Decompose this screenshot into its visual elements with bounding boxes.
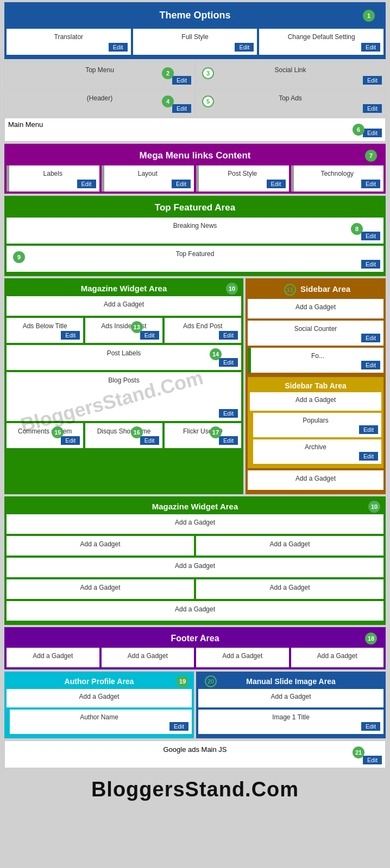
badge-16: 16 [131,426,143,438]
footer-cell-3: Add a Gadget [196,648,289,667]
top-featured-title: Top Featured Area [155,202,235,213]
tab-populars-edit[interactable]: Edit [359,425,378,434]
brand-footer: BloggersStand.Com [0,771,390,806]
post-labels-edit[interactable]: Edit [219,358,238,367]
comments-system-label: Comments system [10,425,80,436]
badge-9: 9 [13,251,25,263]
author-add-gadget-label: Add a Gadget [10,691,188,701]
google-ads-edit[interactable]: Edit [363,756,382,764]
disqus-shortname-cell: 16 Disqus Shortname Edit [85,423,162,448]
badge-2: 2 [162,67,174,79]
full-style-cell: Full Style Edit [133,29,257,55]
ads-below-title-cell: Ads Below Title Edit [7,318,83,343]
badge-11: 11 [284,284,296,296]
sidebar-follow-edit[interactable]: Edit [361,361,380,369]
author-profile-section: Author Profile Area 19 Add a Gadget Auth… [4,672,194,738]
comments-system-edit[interactable]: Edit [61,436,80,445]
sidebar-section: 11 Sidebar Area Add a Gadget Social Coun… [246,278,386,494]
mega-menu-section: Mega Menu links Content 7 Labels Edit La… [4,144,386,194]
sidebar-follow-label: Fo... [251,350,380,361]
change-default-label: Change Default Setting [262,31,380,43]
tab-archive-edit[interactable]: Edit [359,452,378,461]
header-topads-row: (Header) 4 Edit 5 Top Ads Edit [4,90,386,117]
disqus-shortname-edit[interactable]: Edit [140,436,159,445]
mag2-row-2: Add a Gadget Add a Gadget [7,579,383,599]
mag2-add-gadget-label-7: Add a Gadget [10,603,380,614]
mag2-add-gadget-label-4: Add a Gadget [10,560,380,571]
top-featured-edit[interactable]: Edit [361,260,380,269]
footer-cell-3-label: Add a Gadget [199,650,286,661]
mega-layout-cell: Layout Edit [102,165,194,192]
change-default-cell: Change Default Setting Edit [259,29,383,55]
header-edit-button[interactable]: Edit [172,104,191,113]
badge-3: 3 [202,67,214,79]
mega-labels-cell: Labels Edit [7,165,99,192]
mag-bottom-row: 15 Comments system Edit 16 Disqus Shortn… [7,423,241,448]
sidebar-social-counter: Social Counter Edit [248,321,383,346]
google-ads-row: Google ads Main JS 21 Edit [4,741,386,768]
top-menu-edit-button[interactable]: Edit [172,76,191,85]
badge-13: 13 [131,321,143,333]
mega-menu-title: Mega Menu links Content [140,150,251,161]
tab-add-gadget-1: Add a Gadget [250,392,381,411]
badge-14: 14 [210,348,222,360]
tab-archive-cell: Archive Edit [250,439,381,464]
theme-options-row: Translator Edit Full Style Edit Change D… [7,29,383,55]
manual-add-gadget: Add a Gadget [198,689,383,707]
manual-add-gadget-label: Add a Gadget [202,691,380,701]
mega-labels-label: Labels [10,168,96,180]
top-ads-label: Top Ads [199,92,382,104]
post-labels-label: Post Labels [10,347,238,358]
mag2-cell-3: Add a Gadget [7,579,194,599]
mega-technology-edit[interactable]: Edit [361,180,380,188]
badge-10: 10 [226,283,238,295]
sidebar-add-gadget-2: Add a Gadget [248,470,383,490]
blog-posts-edit[interactable]: Edit [219,409,238,418]
badge-17: 17 [210,426,222,438]
ads-end-post-cell: Ads End Post Edit [165,318,241,343]
top-featured-cell: 9 Top Featured Edit [7,246,383,272]
full-style-edit-button[interactable]: Edit [235,43,254,52]
sidebar-social-counter-label: Social Counter [251,323,380,334]
flickr-user-id-label: Flickr User ID [168,425,238,436]
sidebar-tab-section: Sidebar Tab Area Add a Gadget Populars E… [248,377,383,468]
tab-populars-cell: Populars Edit [250,413,381,437]
google-ads-label: Google ads Main JS [8,743,382,756]
top-ads-edit-button[interactable]: Edit [363,104,382,113]
ads-below-title-edit[interactable]: Edit [61,331,80,340]
footer-cell-4: Add a Gadget [291,648,384,667]
flickr-user-id-edit[interactable]: Edit [219,436,238,445]
badge-4: 4 [162,95,174,107]
mega-labels-edit[interactable]: Edit [77,180,96,188]
author-profile-title: Author Profile Area [65,677,134,686]
breaking-news-label: Breaking News [10,220,380,232]
footer-cell-4-label: Add a Gadget [294,650,381,661]
translator-edit-button[interactable]: Edit [109,43,128,52]
breaking-news-cell: Breaking News 8 Edit [7,218,383,244]
main-menu-edit-button[interactable]: Edit [363,129,382,137]
manual-image-title-edit[interactable]: Edit [361,722,380,731]
badge-7: 7 [365,150,377,162]
tab-archive-label: Archive [253,442,378,452]
badge-21: 21 [353,746,364,758]
badge-8: 8 [351,223,363,235]
magazine-widget-header: Magazine Widget Area 10 [7,280,241,296]
change-default-edit-button[interactable]: Edit [361,43,380,52]
manual-image-title-cell: Image 1 Title Edit [198,710,383,734]
ads-end-post-edit[interactable]: Edit [219,331,238,340]
sidebar-social-counter-edit[interactable]: Edit [361,334,380,342]
mega-layout-edit[interactable]: Edit [172,180,191,188]
badge-20: 20 [205,675,217,687]
author-name-edit[interactable]: Edit [169,722,188,731]
sidebar-add-gadget-label-2: Add a Gadget [251,473,380,483]
mag2-add-gadget-label-6: Add a Gadget [199,582,380,592]
mega-poststyle-edit[interactable]: Edit [267,180,286,188]
badge-19: 19 [177,675,188,687]
sidebar-follow-cell: Fo... Edit [248,348,383,373]
comments-system-cell: 15 Comments system Edit [7,423,83,448]
ads-end-post-label: Ads End Post [168,320,238,331]
ads-inside-post-edit[interactable]: Edit [140,331,159,340]
social-link-edit-button[interactable]: Edit [363,76,382,85]
breaking-news-edit[interactable]: Edit [361,232,380,240]
author-name-label: Author Name [10,712,188,722]
